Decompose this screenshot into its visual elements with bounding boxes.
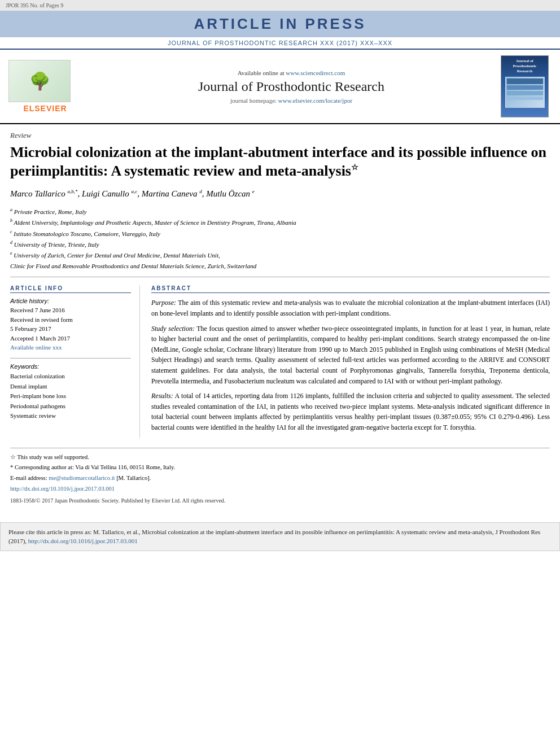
article-history: Article history: Received 7 June 2016 Re…	[10, 298, 131, 352]
citation-box: Please cite this article in press as: M.…	[0, 522, 560, 551]
history-title: Article history:	[10, 298, 131, 304]
footnote-corresponding: * Corresponding author at: Via di Val Te…	[10, 463, 550, 473]
accepted-date: Accepted 1 March 2017	[10, 334, 131, 343]
journal-title: Journal of Prosthodontic Research	[88, 79, 495, 94]
two-column-layout: ARTICLE INFO Article history: Received 7…	[10, 285, 550, 437]
available-online: Available online at www.sciencedirect.co…	[88, 69, 495, 76]
article-in-press-banner: ARTICLE IN PRESS	[0, 11, 560, 37]
elsevier-brand: ELSEVIER	[8, 104, 82, 113]
available-online-xxx: Available online xxx	[10, 343, 131, 352]
affiliation-a: a Private Practice, Rome, Italy	[10, 206, 550, 217]
email-link[interactable]: me@studiomarcotallarico.it	[49, 475, 115, 481]
footnote-self-supported: ☆ This study was self supported.	[10, 453, 550, 462]
abstract-header: ABSTRACT	[151, 285, 550, 293]
received-date: Received 7 June 2016	[10, 305, 131, 315]
copyright-line: 1883-1958/© 2017 Japan Prosthodontic Soc…	[10, 496, 550, 505]
citation-doi-link[interactable]: http://dx.doi.org/10.1016/j.jpor.2017.03…	[28, 538, 138, 544]
cover-image: Journal ofProsthodonticResearch	[501, 55, 549, 117]
article-info-column: ARTICLE INFO Article history: Received 7…	[10, 285, 140, 437]
study-selection-label: Study selection:	[151, 325, 195, 333]
purpose-text: The aim of this systematic review and me…	[151, 299, 550, 317]
affiliations: a Private Practice, Rome, Italy b Aldent…	[10, 206, 550, 277]
journal-line: JOURNAL OF PROSTHODONTIC RESEARCH XXX (2…	[0, 37, 560, 50]
footnote-email: E-mail address: me@studiomarcotallarico.…	[10, 474, 550, 483]
review-label: Review	[10, 131, 550, 140]
authors-line: Marco Tallarico a,b,*, Luigi Canullo a,c…	[10, 187, 550, 200]
revised-label: Received in revised form	[10, 315, 131, 325]
journal-ref: JPOR 395 No. of Pages 9	[6, 2, 63, 8]
doi-link-line: http://dx.doi.org/10.1016/j.jpor.2017.03…	[10, 484, 550, 494]
affiliation-e: e University of Zurich, Center for Denta…	[10, 250, 550, 260]
keyword-4: Periodontal pathogens	[10, 401, 131, 412]
affiliation-b: b Aldent University, Implantology and Pr…	[10, 217, 550, 228]
elsevier-logo: 🌳 ELSEVIER	[8, 60, 82, 113]
main-content: Review Microbial colonization at the imp…	[0, 124, 560, 512]
abstract-text: Purpose: The aim of this systematic revi…	[151, 298, 550, 433]
revised-date: 5 February 2017	[10, 324, 131, 334]
article-title: Microbial colonization at the implant-ab…	[10, 143, 550, 180]
keywords-title: Keywords:	[10, 363, 131, 370]
journal-cover: Journal ofProsthodonticResearch	[501, 55, 552, 117]
results-label: Results:	[151, 392, 173, 400]
doi-link[interactable]: http://dx.doi.org/10.1016/j.jpor.2017.03…	[10, 486, 115, 492]
journal-homepage: journal homepage: www.elsevier.com/locat…	[88, 97, 495, 104]
article-info-header: ARTICLE INFO	[10, 285, 131, 293]
abstract-purpose: Purpose: The aim of this systematic revi…	[151, 298, 550, 318]
keywords-section: Keywords: Bacterial colonization Dental …	[10, 363, 131, 421]
results-text: A total of 14 articles, reporting data f…	[151, 392, 550, 431]
purpose-label: Purpose:	[151, 299, 176, 307]
cover-title: Journal ofProsthodonticResearch	[513, 59, 537, 74]
abstract-results: Results: A total of 14 articles, reporti…	[151, 391, 550, 433]
elsevier-tree-image: 🌳	[8, 60, 71, 102]
study-selection-text: The focus question aimed to answer wheth…	[151, 325, 550, 385]
keyword-2: Dental implant	[10, 382, 131, 392]
affiliation-d: d University of Trieste, Trieste, Italy	[10, 239, 550, 250]
journal-center: Available online at www.sciencedirect.co…	[88, 69, 495, 104]
abstract-study-selection: Study selection: The focus question aime…	[151, 324, 550, 387]
keyword-1: Bacterial colonization	[10, 372, 131, 382]
sciencedirect-link[interactable]: www.sciencedirect.com	[286, 69, 345, 76]
homepage-link[interactable]: www.elsevier.com/locate/jpor	[278, 97, 352, 104]
top-bar: JPOR 395 No. of Pages 9	[0, 0, 560, 11]
keyword-3: Peri-implant bone loss	[10, 391, 131, 401]
footnote-section: ☆ This study was self supported. * Corre…	[10, 448, 550, 505]
affiliation-e2: Clinic for Fixed and Removable Prosthodo…	[10, 261, 550, 272]
abstract-column: ABSTRACT Purpose: The aim of this system…	[151, 285, 550, 437]
keyword-5: Systematic review	[10, 411, 131, 421]
banner-text: ARTICLE IN PRESS	[194, 15, 366, 32]
header-section: 🌳 ELSEVIER Available online at www.scien…	[0, 50, 560, 124]
affiliation-c: c Istituto Stomatologico Toscano, Camaio…	[10, 228, 550, 239]
